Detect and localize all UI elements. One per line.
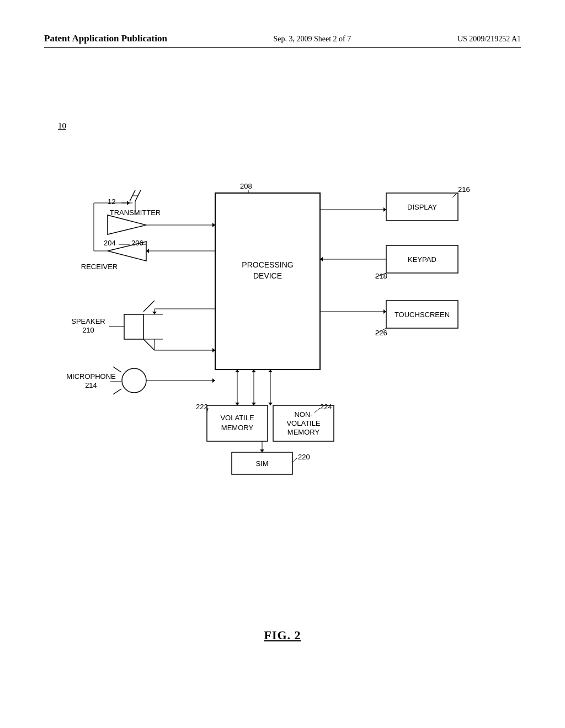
figure-caption: FIG. 2 — [0, 628, 565, 643]
processing-device-label2: DEVICE — [253, 271, 282, 280]
nonvolatile-memory-label2: VOLATILE — [286, 419, 321, 427]
microphone-label: MICROPHONE — [66, 372, 116, 381]
ref-10-label: 10 — [58, 121, 66, 131]
ref-220: 220 — [298, 453, 310, 461]
volatile-memory-label: VOLATILE — [220, 414, 254, 422]
svg-line-20 — [143, 301, 154, 312]
svg-marker-18 — [127, 201, 130, 205]
svg-line-29 — [113, 367, 121, 372]
ref-224: 224 — [320, 403, 332, 411]
svg-line-52 — [315, 408, 320, 413]
svg-rect-0 — [215, 193, 320, 370]
svg-marker-6 — [108, 215, 146, 234]
page-header: Patent Application Publication Sep. 3, 2… — [44, 33, 521, 48]
svg-marker-33 — [212, 378, 215, 383]
svg-point-28 — [122, 368, 146, 393]
volatile-memory-label2: MEMORY — [221, 424, 254, 432]
ref-208: 208 — [240, 182, 252, 190]
svg-rect-19 — [124, 314, 143, 339]
svg-line-38 — [452, 193, 457, 197]
circuit-diagram: PROCESSING DEVICE 208 12 TRANSMITTER — [44, 160, 524, 502]
keypad-label: KEYPAD — [408, 255, 436, 264]
speaker-label: SPEAKER — [71, 317, 105, 325]
nonvolatile-memory-label: NON- — [294, 410, 312, 419]
ref-210: 210 — [82, 326, 94, 334]
sim-label: SIM — [255, 459, 268, 468]
ref-12: 12 — [108, 197, 115, 206]
svg-line-21 — [143, 339, 154, 350]
ref-222: 222 — [196, 403, 208, 411]
header-date-sheet: Sep. 3, 2009 Sheet 2 of 7 — [274, 35, 351, 44]
processing-device-label: PROCESSING — [242, 260, 293, 269]
svg-marker-57 — [268, 403, 273, 405]
svg-line-30 — [113, 389, 121, 394]
ref-226: 226 — [375, 329, 387, 337]
nonvolatile-memory-label3: MEMORY — [287, 428, 320, 436]
touchscreen-label: TOUCHSCREEN — [395, 311, 450, 319]
svg-line-63 — [292, 458, 297, 462]
ref-216: 216 — [458, 185, 470, 194]
header-publication-label: Patent Application Publication — [44, 33, 167, 44]
header-patent-number: US 2009/219252 A1 — [457, 35, 521, 44]
svg-marker-27 — [152, 312, 157, 314]
display-label: DISPLAY — [407, 203, 437, 211]
ref-204: 204 — [104, 239, 116, 247]
page: Patent Application Publication Sep. 3, 2… — [0, 0, 565, 728]
receiver-label: RECEIVER — [81, 263, 118, 271]
ref-214: 214 — [85, 381, 97, 389]
